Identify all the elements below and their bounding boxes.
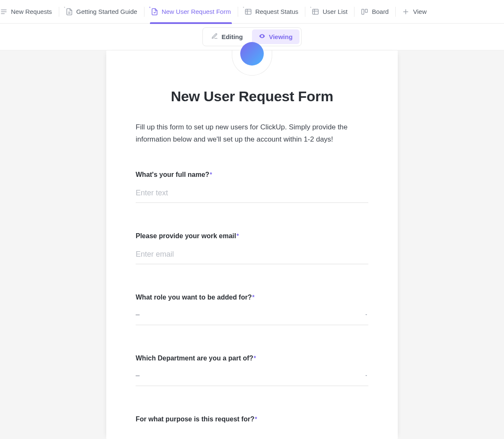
svg-rect-5 [245,9,251,14]
tab-label: Request Status [255,8,299,15]
field-work-email: Please provide your work email* [136,232,368,264]
role-select[interactable]: – [136,309,368,325]
field-label-full-name: What's your full name?* [136,171,368,179]
svg-rect-12 [365,9,368,13]
add-view-button[interactable]: View [395,0,433,24]
field-full-name: What's your full name?* [136,171,368,203]
viewing-mode-label: Viewing [269,33,292,40]
tab-label: User List [323,8,347,15]
table-icon [312,8,319,16]
viewing-mode-button[interactable]: Viewing [252,29,299,44]
role-select-value: – [136,310,139,319]
list-icon [0,8,8,16]
required-star: * [252,294,254,300]
tab-board[interactable]: Board [354,0,395,24]
form-icon [151,8,158,16]
editing-mode-button[interactable]: Editing [205,29,249,44]
full-name-input[interactable] [136,186,368,203]
pin-icon [63,5,67,12]
required-star: * [254,355,256,361]
field-label-work-email: Please provide your work email* [136,232,368,240]
field-label-department: Which Department are you a part of?* [136,355,368,362]
tab-new-user-request-form[interactable]: New User Request Form [144,0,238,24]
field-label-role: What role you want to be added for?* [136,294,368,301]
add-view-label: View [413,8,426,15]
view-tabs-bar: New Requests Getting Started Guide [0,0,504,24]
caret-down-icon [364,311,368,318]
svg-rect-8 [313,9,319,14]
pin-icon [148,5,152,12]
tab-new-requests[interactable]: New Requests [0,0,59,24]
form-avatar-ring [232,50,272,76]
tab-label: New User Request Form [162,8,231,15]
pin-icon [242,5,246,12]
field-department: Which Department are you a part of?* – [136,355,368,386]
field-label-text: Please provide your work email [136,232,236,239]
form-card: New User Request Form Fill up this form … [106,50,398,439]
svg-point-15 [262,36,263,37]
form-body: Fill up this form to set up new users fo… [106,121,398,423]
work-email-input[interactable] [136,247,368,264]
plus-icon [402,8,410,16]
pin-icon [309,5,313,12]
field-label-purpose: For what purpose is this request for?* [136,415,368,423]
department-select[interactable]: – [136,370,368,386]
caret-down-icon [364,372,368,379]
form-canvas: New User Request Form Fill up this form … [0,50,504,439]
department-select-value: – [136,371,139,380]
form-title: New User Request Form [106,88,398,105]
table-icon [244,8,252,16]
eye-icon [259,33,265,41]
form-description: Fill up this form to set up new users fo… [136,121,368,146]
tab-getting-started-guide[interactable]: Getting Started Guide [59,0,144,24]
doc-icon [66,8,73,16]
field-role: What role you want to be added for?* – [136,294,368,325]
required-star: * [255,415,257,422]
form-avatar [240,42,264,66]
tab-label: Board [372,8,388,15]
board-icon [361,8,368,16]
field-label-text: Which Department are you a part of? [136,355,253,362]
field-label-text: What's your full name? [136,171,209,178]
svg-rect-11 [362,9,364,14]
field-purpose: For what purpose is this request for?* [136,415,368,423]
tab-user-list[interactable]: User List [305,0,354,24]
tab-label: Getting Started Guide [76,8,137,15]
pencil-icon [211,33,218,41]
tab-request-status[interactable]: Request Status [238,0,305,24]
field-label-text: What role you want to be added for? [136,294,252,301]
tab-label: New Requests [11,8,52,15]
required-star: * [236,232,239,239]
field-label-text: For what purpose is this request for? [136,415,255,423]
editing-mode-label: Editing [221,33,243,40]
required-star: * [210,171,212,178]
